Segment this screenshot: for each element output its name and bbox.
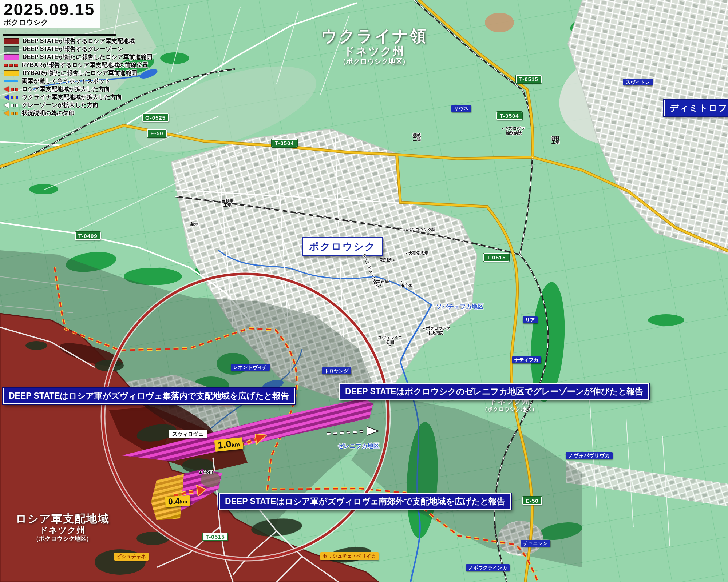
poi-line: 公園 bbox=[378, 340, 403, 344]
hill-topright bbox=[485, 13, 514, 32]
poi-feed-factory: 飼料 工場 bbox=[551, 136, 559, 144]
legend-item-rybar-front: RYBARが報告するロシア軍支配地域の前線位置 bbox=[4, 61, 153, 69]
blue-arrow-icon bbox=[4, 95, 18, 100]
settlement-label-selyshche-belyika: セリシュチェ・ベリイカ bbox=[320, 552, 379, 560]
legend: DEEP STATEが報告するロシア軍支配地域 DEEP STATEが報告するグ… bbox=[4, 37, 153, 117]
road-shield-e50-west: E-50 bbox=[147, 129, 167, 137]
poi-line: ポクロウシク bbox=[426, 326, 451, 330]
poi-cemetery: 墓地 bbox=[190, 222, 198, 226]
poi-line: 自動車 bbox=[222, 199, 234, 203]
red-arrow-icon bbox=[4, 87, 18, 92]
region-line: ロシア軍支配地域 bbox=[16, 512, 110, 525]
road-shield-t0409: T-0409 bbox=[75, 232, 101, 240]
legend-item-ds-russian: DEEP STATEが報告するロシア軍支配地域 bbox=[4, 37, 153, 45]
poi-line: 工場 bbox=[551, 140, 559, 144]
legend-item-ds-advance: DEEP STATEが新たに報告したロシア軍前進範囲 bbox=[4, 53, 153, 61]
poi-line: 工場 bbox=[222, 203, 234, 207]
poi-yuvileiny-park: ユヴィレイニ 公園 bbox=[378, 335, 403, 347]
region-line: ウクライナ領 bbox=[321, 27, 427, 45]
poi-line: 中央病院 bbox=[423, 331, 450, 335]
legend-item-ukraine-direction: ウクライナ軍支配地域が拡大した方向 bbox=[4, 93, 153, 101]
road-shield-e50-south: E-50 bbox=[522, 497, 542, 505]
legend-label: ウクライナ軍支配地域が拡大した方向 bbox=[22, 93, 122, 101]
poi-line: 工場 bbox=[413, 137, 421, 141]
legend-label: グレーゾーンが拡大した方向 bbox=[22, 101, 99, 109]
legend-label: DEEP STATEが報告するグレーゾーン bbox=[23, 45, 123, 53]
settlement-label-novopavlivka: ノヴォパヴリヴカ bbox=[566, 452, 613, 459]
title-block: 2025.09.15 ポクロウシク bbox=[0, 0, 100, 28]
legend-item-rybar-advance: RYBARが新たに報告したロシア軍前進範囲 bbox=[4, 69, 153, 77]
region-label-ukraine-north: ウクライナ領 ドネツク州 （ポクロウシク地区） bbox=[321, 27, 427, 65]
settlement-label-leontovich: レオントヴィチ bbox=[231, 364, 270, 371]
title-divider bbox=[3, 34, 116, 36]
legend-label: DEEP STATEが新たに報告したロシア軍前進範囲 bbox=[23, 53, 153, 61]
poi-cathedral-square: 大聖堂広場 bbox=[405, 251, 428, 256]
legend-label: 両軍が激しく争うホットスポット bbox=[22, 77, 111, 85]
poi-courthouse: 裁判所 bbox=[380, 258, 395, 262]
map-date: 2025.09.15 bbox=[4, 1, 95, 18]
settlement-label-ria: リア bbox=[523, 316, 538, 323]
district-label-sobachevka: ソバチェフカ地区 bbox=[436, 303, 483, 311]
annotation-zelenivka-gray: DEEP STATEはポクロウシクのゼレニフカ地区でグレーゾーンが伸びたと報告 bbox=[339, 383, 649, 400]
legend-item-hotspot: 両軍が激しく争うホットスポット bbox=[4, 77, 153, 85]
distance-unit: km bbox=[180, 498, 187, 505]
poi-line: 飼料 bbox=[551, 136, 559, 140]
distance-label-04km: 0.4km bbox=[165, 495, 190, 507]
distance-unit: km bbox=[231, 441, 240, 448]
swatch-rybar-advance bbox=[4, 70, 19, 76]
legend-label: DEEP STATEが報告するロシア軍支配地域 bbox=[23, 37, 135, 45]
road-shield-t0515-mid: T-0515 bbox=[483, 253, 509, 262]
poi-machine-factory: 機械 工場 bbox=[413, 133, 421, 141]
map-screenshot: 2025.09.15 ポクロウシク DEEP STATEが報告するロシア軍支配地… bbox=[0, 0, 728, 582]
region-line: ドネツク州 bbox=[16, 525, 110, 535]
settlement-label-svitle: スヴィトレ bbox=[623, 79, 653, 85]
poi-central-hospital: ポクロウシク 中央病院 bbox=[423, 326, 450, 335]
district-label-zelenivka: ゼレニフカ地区 bbox=[338, 442, 379, 450]
distance-value: 0.4 bbox=[168, 496, 180, 506]
settlement-label-natifka: ナティフカ bbox=[512, 356, 541, 363]
settlement-label-novoukrainka: ノボウクラインカ bbox=[466, 564, 510, 571]
distance-value: 1.0 bbox=[217, 438, 232, 451]
region-line: （ポクロウシク地区） bbox=[473, 406, 546, 412]
settlement-label-pishchane: ピシュチャネ bbox=[114, 553, 149, 561]
legend-item-russian-direction: ロシア軍支配地域が拡大した方向 bbox=[4, 85, 153, 93]
city-label-pokrovsk: ポクロウシク bbox=[302, 237, 383, 256]
region-line: （ポクロウシク地区） bbox=[16, 535, 110, 542]
legend-item-explain-arrow: 状況説明の為の矢印 bbox=[4, 109, 153, 117]
map-place-title: ポクロウシク bbox=[4, 18, 95, 26]
poi-line: 機械 bbox=[413, 133, 421, 137]
annotation-zvirove-south: DEEP STATEはロシア軍がズヴィロヴェ南郊外で支配地域を広げたと報告 bbox=[219, 493, 511, 510]
region-line: ドネツク州 bbox=[321, 45, 427, 57]
city-label-dimitrov: ディミトロフ bbox=[664, 100, 728, 116]
white-arrow-icon bbox=[4, 103, 18, 108]
legend-label: RYBARが新たに報告したロシア軍前進範囲 bbox=[23, 69, 137, 77]
legend-item-gray-direction: グレーゾーンが拡大した方向 bbox=[4, 101, 153, 109]
poi-pokrovsk-station: ポクロウシク駅 bbox=[404, 227, 435, 232]
region-label-russian-zone: ロシア軍支配地域 ドネツク州 （ポクロウシク地区） bbox=[16, 512, 110, 542]
settlement-label-chunishin: チュニシン bbox=[521, 540, 550, 547]
legend-item-ds-gray: DEEP STATEが報告するグレーゾーン bbox=[4, 45, 153, 53]
road-shield-t0515-southwest: T-0515 bbox=[202, 533, 228, 541]
poi-line: ヴズロヴァ bbox=[505, 126, 525, 131]
poi-city-hall: 市庁舎 bbox=[400, 280, 412, 288]
legend-label: 状況説明の為の矢印 bbox=[22, 109, 75, 117]
road-shield-t0515-top: T-0515 bbox=[516, 75, 542, 83]
swatch-hotspot-line bbox=[4, 79, 18, 84]
swatch-russian-control bbox=[4, 38, 19, 44]
swatch-gray-zone bbox=[4, 46, 19, 52]
poi-auto-factory: 自動車 工場 bbox=[222, 199, 234, 207]
road-shield-t0504-right: T-0504 bbox=[496, 112, 522, 120]
region-line: （ポクロウシク地区） bbox=[321, 57, 427, 65]
legend-label: ロシア軍支配地域が拡大した方向 bbox=[22, 85, 110, 93]
annotation-zvirove-inside: DEEP STATEはロシア軍がズヴィロヴェ集落内で支配地域を広げたと報告 bbox=[3, 388, 295, 404]
swatch-rybar-frontline bbox=[4, 63, 18, 68]
orange-arrow-icon bbox=[4, 111, 18, 116]
settlement-label-rivne: リヴネ bbox=[451, 105, 471, 112]
swatch-new-advance bbox=[4, 54, 19, 60]
poi-line: 輸送病院 bbox=[502, 131, 525, 135]
settlement-label-troyanda: トロヤンダ bbox=[322, 367, 351, 374]
elevation-label-48m: ▲48m bbox=[198, 469, 213, 475]
settlement-label-zvirove: ズヴィロヴェ bbox=[169, 430, 207, 438]
road-shield-t0504-left: T-0504 bbox=[272, 139, 297, 147]
poi-line: ユヴィレイニ bbox=[378, 335, 403, 340]
